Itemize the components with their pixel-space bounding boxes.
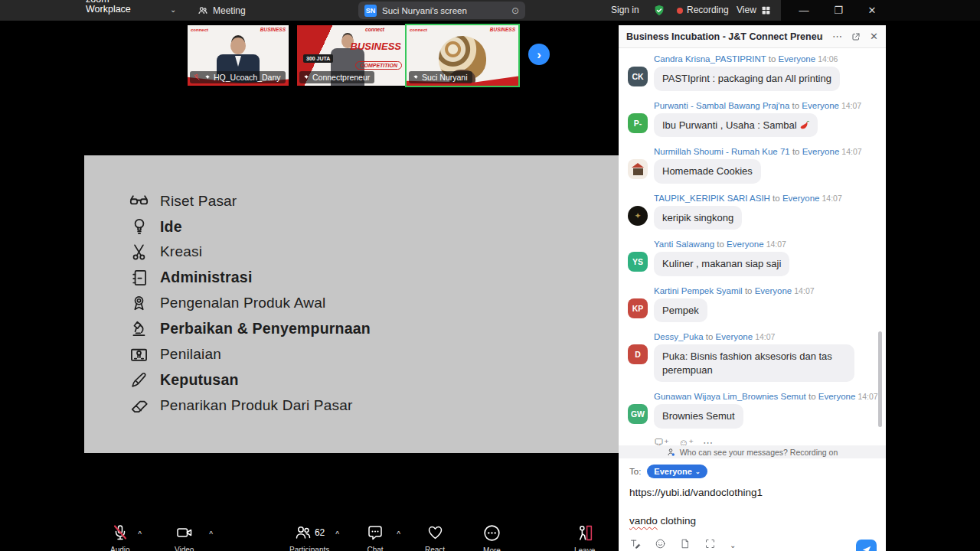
chevron-down-icon[interactable]: ⌄ xyxy=(170,0,176,19)
message-sender[interactable]: Purwanti - Sambal Bawang Praj'na xyxy=(654,101,789,110)
participant-name: Suci Nuryani xyxy=(422,73,468,82)
list-item-label: Penarikan Produk Dari Pasar xyxy=(160,397,352,414)
audio-button[interactable]: Audio xyxy=(110,523,130,551)
list-item: Ide xyxy=(129,214,371,239)
participant-name: Connectpreneur xyxy=(312,73,370,82)
list-item-label: Ide xyxy=(160,218,182,236)
recording-dot-icon xyxy=(677,8,683,14)
participants-button[interactable]: 62 Participants xyxy=(289,523,329,551)
list-item: Kreasi xyxy=(129,240,371,265)
connect-preneur-logo: connect xyxy=(191,28,208,32)
tab-meeting[interactable]: Meeting xyxy=(198,0,246,21)
video-tile-participant-1[interactable]: connect BUSINESS HQ_Ucoach_Dany xyxy=(188,25,289,86)
scissors-icon xyxy=(129,242,149,262)
video-tile-active-speaker[interactable]: connect BUSINESS Suci Nuryani xyxy=(405,24,520,87)
chat-options-chevron[interactable]: ^ xyxy=(397,530,400,537)
minimize-button[interactable]: — xyxy=(792,0,815,21)
mic-muted-icon xyxy=(111,523,129,542)
more-ellipsis-icon xyxy=(482,523,501,543)
audio-options-chevron[interactable]: ^ xyxy=(138,530,142,537)
participant-name-pill: Suci Nuryani xyxy=(409,71,472,83)
message-time: 14:07 xyxy=(794,286,814,295)
shield-check-icon[interactable] xyxy=(653,4,665,20)
ellipsis-circle-icon[interactable]: ⊙ xyxy=(511,5,519,16)
privacy-notice-text: Who can see your messages? Recording on xyxy=(680,448,838,457)
participants-options-chevron[interactable]: ^ xyxy=(335,530,339,537)
message-sender[interactable]: Candra Krisna_PASTIPRINT xyxy=(654,54,766,64)
leave-label: Leave xyxy=(574,546,595,551)
message-sender[interactable]: Gunawan Wijaya Lim_Brownies Semut xyxy=(654,392,806,401)
recording-indicator: Recording xyxy=(677,0,729,21)
more-label: More xyxy=(483,546,501,551)
video-tile-participant-2[interactable]: connect BUSINESS COMPETITION 300 JUTA Co… xyxy=(297,25,406,86)
tab-shared-screen[interactable]: SN Suci Nuryani's screen ⊙ xyxy=(358,2,525,19)
list-item: Penilaian xyxy=(129,341,371,367)
message-sender[interactable]: Kartini Pempek Syamil xyxy=(654,286,743,295)
chat-message: Gunawan Wijaya Lim_Brownies Semut to Eve… xyxy=(628,392,877,429)
close-chat-icon[interactable]: ✕ xyxy=(870,31,878,42)
message-time: 14:07 xyxy=(841,147,861,156)
pin-icon xyxy=(302,74,309,81)
next-videos-button[interactable]: › xyxy=(528,44,550,65)
app-logo-line2: Workplace xyxy=(86,5,131,15)
app-logo: zoom Workplace xyxy=(86,0,131,15)
react-button[interactable]: React xyxy=(425,523,445,551)
chat-message: Dessy_Puka to Everyone14:07 D Puka: Bisn… xyxy=(628,332,877,382)
list-item-label: Keputusan xyxy=(160,371,239,389)
avatar: D xyxy=(628,344,648,364)
close-button[interactable]: ✕ xyxy=(861,0,884,21)
privacy-notice-bar[interactable]: Who can see your messages? Recording on xyxy=(619,445,886,458)
more-button[interactable]: More xyxy=(482,523,501,551)
maximize-button[interactable]: ❐ xyxy=(827,0,850,21)
chat-composer: To: Everyone⌄ https://yubi.id/vandocloth… xyxy=(619,458,886,551)
chat-bubble-icon xyxy=(366,523,384,542)
message-bubble: keripik singkong xyxy=(654,206,742,230)
composer-input-line2[interactable]: vando clothing xyxy=(629,515,875,527)
chili-pepper-emoji xyxy=(799,120,809,130)
video-label: Video xyxy=(175,546,194,551)
chat-button[interactable]: Chat xyxy=(366,523,384,551)
sign-in-button[interactable]: Sign in xyxy=(611,0,639,21)
list-item: Keputusan xyxy=(129,367,371,393)
attach-file-icon[interactable] xyxy=(680,538,691,551)
grid-view-icon xyxy=(761,5,771,15)
participant-name: HQ_Ucoach_Dany xyxy=(214,73,281,82)
leave-meeting-icon xyxy=(575,523,594,543)
more-tools-chevron[interactable]: ⌄ xyxy=(730,541,736,549)
screenshot-icon[interactable] xyxy=(704,538,716,551)
screen-share-badge: SN xyxy=(364,5,377,17)
poster-subtitle: COMPETITION xyxy=(355,61,402,70)
avatar: GW xyxy=(628,404,648,424)
send-button[interactable] xyxy=(856,540,877,551)
list-item: Perbaikan & Penyempurnaan xyxy=(129,316,371,341)
format-text-icon[interactable] xyxy=(629,538,641,551)
participant-face xyxy=(230,37,246,54)
message-sender[interactable]: Nurmillah Shoumi - Rumah Kue 71 xyxy=(654,147,790,156)
person-privacy-icon xyxy=(667,448,676,457)
view-button[interactable]: View xyxy=(737,0,771,21)
leave-button[interactable]: Leave xyxy=(574,523,595,551)
chat-more-icon[interactable]: ⋯ xyxy=(832,31,842,42)
message-bubble: Pempek xyxy=(654,298,707,323)
people-icon xyxy=(198,5,208,16)
composer-input-line1[interactable]: https://yubi.id/vandoclothing1 xyxy=(629,487,875,498)
emoji-icon[interactable] xyxy=(655,538,666,551)
send-icon xyxy=(861,545,872,551)
chat-scrollbar[interactable] xyxy=(878,331,882,427)
message-time: 14:06 xyxy=(818,54,838,64)
recording-label: Recording xyxy=(687,0,729,21)
pop-out-icon[interactable] xyxy=(851,32,861,41)
avatar: CK xyxy=(628,67,648,86)
avatar-house-logo xyxy=(628,159,648,179)
message-sender[interactable]: TAUPIK_KERIPIK SARI ASIH xyxy=(654,194,770,203)
recipient-selector[interactable]: Everyone⌄ xyxy=(647,465,707,478)
chat-header: Business Incubation - J&T Connect Preneu… xyxy=(619,25,886,48)
chat-panel: Business Incubation - J&T Connect Preneu… xyxy=(619,25,886,551)
participants-icon xyxy=(294,523,312,542)
video-button[interactable]: Video xyxy=(175,523,194,551)
message-sender[interactable]: Yanti Salawang xyxy=(654,240,714,249)
microscope-icon xyxy=(129,318,149,339)
video-options-chevron[interactable]: ^ xyxy=(209,530,213,537)
message-sender[interactable]: Dessy_Puka xyxy=(654,332,704,341)
message-bubble: Homemade Cookies xyxy=(654,159,761,184)
